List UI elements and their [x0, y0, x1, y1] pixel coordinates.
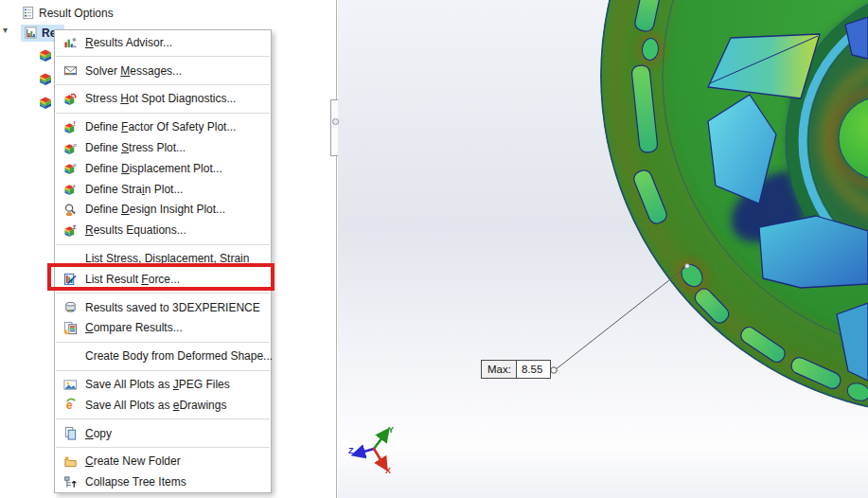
menu-item-list-result-force[interactable]: List Result Force...: [55, 269, 271, 290]
no-icon: [61, 348, 80, 364]
menu-item-label: Create Body from Deformed Shape...: [85, 349, 273, 363]
menu-item-label: List Stress, Displacement, Strain: [85, 252, 249, 265]
menu-item-stress-hot-spot[interactable]: Stress Hot Spot Diagnostics...: [55, 89, 271, 110]
menu-item-label: Solver Messages...: [85, 64, 182, 78]
menu-item-create-new-folder[interactable]: Create New Folder: [55, 452, 271, 472]
compare-results-icon: ?: [61, 320, 80, 335]
menu-separator: [56, 447, 270, 448]
fea-wheel-model[interactable]: [600, 0, 868, 417]
menu-item-label: Create New Folder: [85, 454, 181, 468]
menu-item-label: Results saved to 3DEXPERIENCE: [85, 301, 260, 314]
menu-item-label: Define Factor Of Safety Plot...: [85, 120, 236, 133]
tree-item-results-folder[interactable]: Re: [24, 26, 56, 40]
results-context-menu: Results Advisor... Solver Messages... St…: [54, 29, 272, 493]
application-window: Y Z X Max: 8.55 ▾ Result Options Re: [0, 0, 868, 498]
menu-separator: [56, 293, 270, 293]
menu-item-label: Results Advisor...: [85, 36, 172, 49]
menu-item-label: Save All Plots as JPEG Files: [85, 378, 230, 391]
menu-separator: [56, 56, 270, 57]
menu-item-list-stress-displacement-strain[interactable]: List Stress, Displacement, Strain: [55, 248, 271, 269]
menu-item-save-all-plots-edrawings[interactable]: e Save All Plots as eDrawings: [55, 395, 271, 416]
menu-item-label: Save All Plots as eDrawings: [85, 399, 226, 412]
result-options-icon: [21, 6, 35, 20]
menu-item-results-equations[interactable]: Σ Results Equations...: [55, 220, 271, 240]
svg-text:!: !: [73, 120, 75, 127]
menu-item-label: Compare Results...: [85, 321, 183, 334]
menu-separator: [56, 418, 270, 419]
tree-item-result-options[interactable]: Result Options: [21, 6, 114, 20]
save-jpeg-icon: [61, 377, 80, 392]
result-plot-icon[interactable]: [38, 47, 53, 62]
menu-separator: [56, 84, 270, 85]
menu-separator: [56, 342, 270, 343]
tree-item-label: Result Options: [39, 7, 114, 20]
svg-text:ε: ε: [73, 182, 76, 188]
panel-splitter-handle[interactable]: [330, 99, 338, 156]
max-annotation-label: Max:: [481, 360, 516, 379]
menu-separator: [56, 244, 270, 245]
svg-text:?: ?: [65, 329, 68, 335]
menu-item-label: Collapse Tree Items: [85, 475, 186, 489]
design-insight-icon: [61, 202, 80, 217]
results-equations-icon: Σ: [61, 222, 80, 238]
no-icon: [61, 251, 80, 266]
max-annotation[interactable]: Max: 8.55: [481, 360, 551, 379]
collapse-tree-icon: [61, 474, 80, 489]
menu-item-label: Stress Hot Spot Diagnostics...: [85, 92, 236, 105]
max-leader-line: [551, 264, 690, 374]
menu-item-define-displacement-plot[interactable]: u Define Displacement Plot...: [55, 158, 271, 179]
results-advisor-icon: [61, 35, 80, 50]
graphics-canvas: Y Z X: [338, 0, 868, 498]
menu-item-collapse-tree-items[interactable]: Collapse Tree Items: [55, 471, 271, 492]
stress-hot-spot-icon: [61, 91, 80, 106]
menu-item-label: Results Equations...: [85, 223, 186, 237]
menu-item-define-stress-plot[interactable]: σ Define Stress Plot...: [55, 137, 271, 158]
displacement-plot-icon: u: [61, 161, 80, 176]
triad-z-label: Z: [348, 446, 354, 455]
copy-icon: [61, 426, 80, 441]
menu-item-copy[interactable]: Copy: [55, 423, 271, 444]
menu-item-save-all-plots-jpeg[interactable]: Save All Plots as JPEG Files: [55, 374, 271, 395]
svg-text:Σ: Σ: [73, 223, 77, 230]
svg-text:u: u: [73, 161, 77, 168]
menu-separator: [56, 370, 270, 371]
fos-plot-icon: !: [61, 119, 80, 134]
menu-item-label: Define Stress Plot...: [85, 141, 186, 154]
menu-item-create-body-from-deformed-shape[interactable]: Create Body from Deformed Shape...: [55, 346, 271, 366]
menu-item-label: Define Strain Plot...: [85, 183, 183, 196]
database-3dexperience-icon: [61, 300, 80, 315]
menu-item-define-fos-plot[interactable]: ! Define Factor Of Safety Plot...: [55, 116, 271, 137]
menu-item-solver-messages[interactable]: Solver Messages...: [55, 61, 271, 81]
menu-item-compare-results[interactable]: ? Compare Results...: [55, 318, 271, 339]
menu-item-results-advisor[interactable]: Results Advisor...: [55, 32, 271, 53]
stress-plot-icon: σ: [61, 140, 80, 155]
solver-messages-icon: [61, 63, 80, 79]
new-folder-icon: [61, 454, 80, 469]
menu-item-define-strain-plot[interactable]: ε Define Strain Plot...: [55, 179, 271, 200]
menu-item-label: Define Displacement Plot...: [85, 162, 222, 175]
max-annotation-value: 8.55: [516, 360, 551, 379]
panel-splitter-dot: [332, 118, 339, 125]
menu-separator: [56, 113, 270, 114]
result-plot-icon[interactable]: [38, 71, 53, 86]
tree-expander-icon[interactable]: ▾: [3, 25, 8, 35]
menu-item-results-saved-3dexperience[interactable]: Results saved to 3DEXPERIENCE: [55, 297, 271, 318]
triad-y-label: Y: [388, 425, 394, 435]
svg-text:σ: σ: [73, 141, 77, 148]
menu-item-label: Define Design Insight Plot...: [85, 203, 225, 216]
orientation-triad[interactable]: Y Z X: [348, 425, 394, 475]
menu-item-label: Copy: [85, 427, 112, 440]
list-result-force-icon: [61, 272, 80, 287]
triad-x-label: X: [385, 466, 391, 475]
result-plot-icon[interactable]: [38, 95, 53, 110]
edrawings-icon: e: [61, 398, 80, 413]
menu-item-define-design-insight-plot[interactable]: Define Design Insight Plot...: [55, 200, 271, 221]
menu-item-label: List Result Force...: [85, 273, 180, 286]
strain-plot-icon: ε: [61, 182, 80, 197]
results-folder-icon: [24, 26, 38, 40]
